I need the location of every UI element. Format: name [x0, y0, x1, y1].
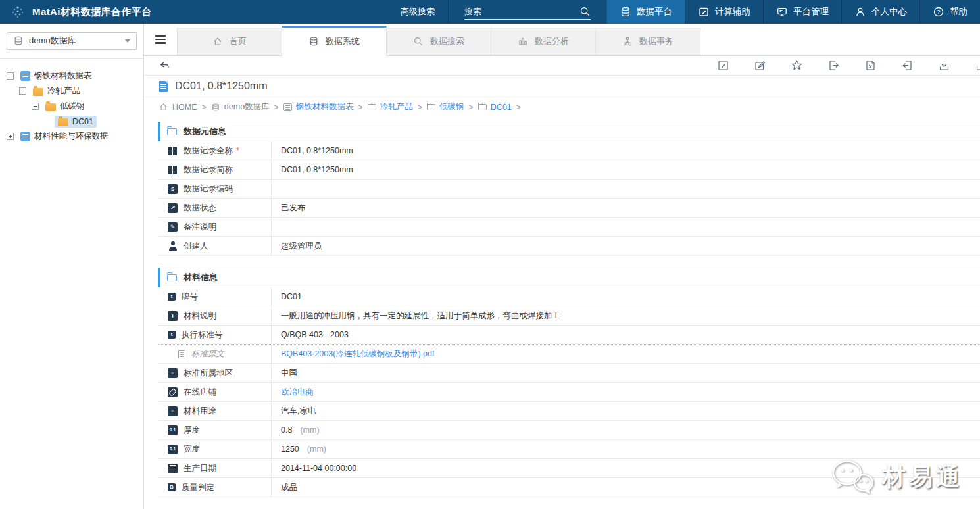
field-value: 已发布 — [272, 199, 980, 217]
folder-icon — [478, 104, 487, 110]
tab-home[interactable]: 首页 — [177, 28, 282, 55]
edit-icon[interactable] — [717, 59, 729, 72]
import-icon[interactable] — [901, 59, 914, 72]
field-value-text: 2014-11-04 00:00:00 — [281, 464, 356, 473]
field-row: 标准原文BQB403-2003(冷连轧低碳钢板及钢带).pdf — [158, 345, 980, 364]
breadcrumb-dc01[interactable]: DC01 — [478, 103, 512, 112]
table-icon — [283, 103, 292, 111]
star-icon[interactable] — [791, 59, 803, 72]
tab-data-transaction[interactable]: 数据事务 — [595, 28, 700, 55]
number-icon: 0.1 — [168, 445, 178, 454]
compose-icon[interactable] — [754, 59, 766, 72]
field-label: 0.1厚度 — [158, 421, 272, 439]
nav-item-label: 平台管理 — [793, 6, 829, 18]
breadcrumb-database[interactable]: demo数据库 — [211, 101, 270, 112]
field-value-link[interactable]: BQB403-2003(冷连轧低碳钢板及钢带).pdf — [281, 349, 434, 360]
section-header[interactable]: 数据元信息 — [158, 122, 980, 141]
list-icon: ≡ — [168, 406, 178, 416]
field-value-text: DC01 — [281, 292, 302, 301]
topbar: MatAi材料数据库合作平台 高级搜索 数据平台 计算辅助 平台管理 — [0, 0, 980, 24]
tab-data-analysis[interactable]: 数据分析 — [491, 28, 596, 55]
topbar-nav: 数据平台 计算辅助 平台管理 个人中心 ? 帮助 — [606, 0, 980, 24]
list-icon: ≡ — [168, 368, 178, 378]
badge-icon: B — [168, 483, 176, 491]
download-icon[interactable] — [938, 59, 950, 72]
section-title: 数据元信息 — [184, 126, 226, 137]
nav-item-help[interactable]: ? 帮助 — [919, 0, 980, 24]
tree-node-material-performance[interactable]: 材料性能与环保数据 — [3, 129, 141, 144]
breadcrumb-low-carbon[interactable]: 低碳钢 — [427, 101, 464, 112]
back-icon[interactable] — [159, 60, 170, 72]
field-label-text: 创建人 — [184, 241, 208, 252]
export-icon[interactable] — [827, 59, 840, 72]
field-row: 数据记录简称DC01, 0.8*1250mm — [158, 160, 980, 180]
field-label: 数据记录简称 — [158, 160, 272, 179]
field-unit: (mm) — [307, 445, 326, 454]
field-label: s数据记录编码 — [158, 180, 272, 198]
status-icon: ↗ — [168, 203, 178, 213]
matai-logo-icon — [0, 0, 32, 24]
field-label: T材料说明 — [158, 306, 272, 325]
field-value: DC01 — [272, 287, 980, 306]
field-value: 1250(mm) — [272, 440, 980, 458]
field-row: 在线店铺欧冶电商 — [158, 383, 980, 402]
field-label-text: 数据记录全称 — [184, 145, 233, 157]
search-icon — [413, 36, 424, 47]
field-value: 欧冶电商 — [272, 383, 980, 401]
nav-item-platform-admin[interactable]: 平台管理 — [763, 0, 841, 24]
field-value-link[interactable]: 欧冶电商 — [281, 387, 314, 398]
open-folder-icon — [167, 274, 177, 281]
field-value: 超级管理员 — [272, 237, 980, 255]
database-selector[interactable]: demo数据库 — [7, 32, 137, 50]
breadcrumb-cold-rolled[interactable]: 冷轧产品 — [368, 101, 413, 112]
main-area: 首页 数据系统 数据搜索 数据分析 — [144, 24, 980, 509]
collapse-icon[interactable] — [19, 87, 26, 95]
tab-data-system[interactable]: 数据系统 — [282, 26, 387, 56]
breadcrumb-home[interactable]: HOME — [159, 102, 197, 112]
advanced-search-button[interactable]: 高级搜索 — [387, 0, 449, 24]
tab-data-search[interactable]: 数据搜索 — [386, 28, 491, 55]
search-icon[interactable] — [579, 6, 591, 17]
field-label-text: 生产日期 — [184, 463, 216, 474]
tree-node-steel-table[interactable]: 钢铁材料数据表 — [3, 68, 141, 84]
field-label-text: 厚度 — [184, 425, 200, 436]
breadcrumb-steel-table[interactable]: 钢铁材料数据表 — [283, 101, 354, 112]
nav-item-compute-assist[interactable]: 计算辅助 — [685, 0, 763, 24]
field-label-text: 材料用途 — [184, 406, 216, 417]
field-value-text: Q/BQB 403 - 2003 — [281, 330, 349, 339]
field-label: 创建人 — [158, 237, 272, 255]
text-cap-icon: T — [168, 311, 178, 321]
nav-item-user-center[interactable]: 个人中心 — [841, 0, 919, 24]
tab-label: 数据事务 — [639, 36, 674, 47]
field-value: 中国 — [272, 364, 980, 382]
field-row: 创建人超级管理员 — [158, 237, 980, 256]
nav-item-data-platform[interactable]: 数据平台 — [606, 0, 685, 24]
database-icon — [620, 6, 631, 18]
folder-icon — [368, 104, 376, 110]
field-label: ≡标准所属地区 — [158, 364, 272, 382]
breadcrumb-separator: > — [418, 103, 422, 112]
table-icon — [20, 132, 30, 141]
excel-export-icon[interactable] — [864, 59, 877, 72]
tree-node-label: 冷轧产品 — [47, 85, 80, 97]
field-row: 生产日期2014-11-04 00:00:00 — [158, 459, 980, 478]
expand-icon[interactable] — [7, 133, 14, 140]
search-input[interactable] — [464, 7, 579, 16]
collapse-icon[interactable] — [32, 103, 39, 110]
tree-node-dc01[interactable]: DC01 — [3, 114, 141, 129]
collapse-icon[interactable] — [7, 72, 14, 80]
field-value-text: DC01, 0.8*1250mm — [281, 146, 353, 155]
topbar-spacer — [151, 0, 387, 24]
clipped-icon[interactable] — [975, 59, 980, 72]
page-title: DC01, 0.8*1250mm — [175, 80, 268, 92]
tree-node-low-carbon-steel[interactable]: 低碳钢 — [3, 99, 141, 114]
field-row: ≡材料用途汽车,家电 — [158, 402, 980, 421]
field-row: ≡标准所属地区中国 — [158, 364, 980, 383]
menu-icon[interactable] — [155, 35, 166, 44]
breadcrumb-separator: > — [202, 103, 207, 112]
field-value: BQB403-2003(冷连轧低碳钢板及钢带).pdf — [272, 345, 980, 363]
search-box[interactable] — [464, 5, 591, 20]
text-icon: t — [168, 293, 176, 301]
tree-node-cold-rolled[interactable]: 冷轧产品 — [3, 84, 141, 99]
section-header[interactable]: 材料信息 — [158, 268, 980, 287]
